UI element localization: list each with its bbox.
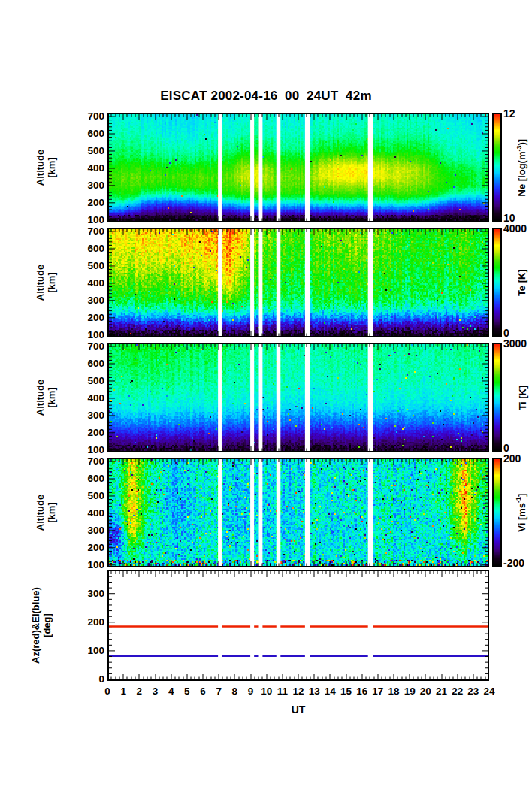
eiscat-figure: EISCAT 2002-04-16_00_24UT_42m Altitude [… — [0, 0, 532, 799]
altitude-tick-label: 400 — [77, 507, 104, 519]
ti-colorbar-gradient — [494, 344, 500, 451]
deg-tick-label: 100 — [77, 645, 104, 656]
altitude-tick-label: 200 — [77, 197, 104, 208]
te-heatmap — [107, 228, 489, 337]
cb-title-sup: -3 — [515, 145, 523, 151]
altitude-tick-label: 100 — [77, 444, 104, 455]
altitude-tick-label: 700 — [77, 340, 104, 352]
azel-line-plot — [107, 570, 489, 681]
ut-tick-label: 24 — [479, 686, 499, 697]
altitude-tick-label: 100 — [77, 214, 104, 225]
y-title-line2: [km] — [46, 387, 57, 407]
altitude-tick-label: 500 — [77, 375, 104, 386]
altitude-tick-label: 300 — [77, 295, 104, 306]
altitude-tick-label: 600 — [77, 473, 104, 484]
ne-heatmap — [107, 113, 489, 222]
page-title: EISCAT 2002-04-16_00_24UT_42m — [0, 89, 532, 104]
altitude-tick-label: 500 — [77, 490, 104, 501]
y-title-line2: [deg] — [41, 613, 53, 637]
y-title-line2: [km] — [46, 157, 57, 177]
y-title-line1: Altitude — [35, 150, 46, 186]
vi-colorbar — [492, 458, 502, 567]
cb-title-text: Ne [log(m — [516, 151, 527, 196]
altitude-tick-label: 600 — [77, 358, 104, 369]
vi-colorbar-title: Vi [ms-1] — [512, 458, 531, 567]
altitude-tick-label: 300 — [77, 180, 104, 191]
ti-colorbar — [492, 343, 502, 452]
altitude-tick-label: 700 — [77, 225, 104, 237]
y-title-line1: Altitude — [35, 495, 46, 531]
te-colorbar — [492, 228, 502, 337]
y-title-line1: Altitude — [35, 380, 46, 416]
altitude-tick-label: 100 — [77, 559, 104, 570]
altitude-tick-label: 700 — [77, 110, 104, 122]
altitude-tick-label: 600 — [77, 128, 104, 139]
ti-heatmap — [107, 343, 489, 452]
altitude-tick-label: 700 — [77, 455, 104, 467]
altitude-tick-label: 400 — [77, 277, 104, 289]
cb-title-text: Ti [K] — [516, 386, 527, 410]
ne-colorbar — [492, 113, 502, 222]
ne-colorbar-title: Ne [log(m-3)] — [512, 113, 531, 222]
altitude-tick-label: 500 — [77, 260, 104, 271]
vi-y-axis-title: Altitude [km] — [33, 458, 59, 567]
altitude-tick-label: 300 — [77, 525, 104, 536]
vi-heatmap — [107, 458, 489, 567]
deg-tick-label: 200 — [77, 616, 104, 628]
altitude-tick-label: 200 — [77, 312, 104, 323]
altitude-tick-label: 200 — [77, 542, 104, 553]
cb-title-text: ] — [516, 493, 527, 496]
ti-colorbar-title: Ti [K] — [512, 343, 531, 452]
y-title-line1: Az(red)&El(blue) — [30, 587, 41, 664]
altitude-tick-label: 600 — [77, 243, 104, 254]
vi-colorbar-gradient — [494, 459, 500, 566]
azel-y-axis-title: Az(red)&El(blue) [deg] — [29, 570, 54, 681]
x-axis-title: UT — [107, 704, 489, 716]
y-title-line1: Altitude — [35, 265, 46, 301]
altitude-tick-label: 500 — [77, 145, 104, 156]
te-colorbar-gradient — [494, 229, 500, 336]
altitude-tick-label: 300 — [77, 410, 104, 421]
ne-y-axis-title: Altitude [km] — [33, 113, 59, 222]
cb-title-text: Te [K] — [516, 269, 527, 296]
altitude-tick-label: 400 — [77, 162, 104, 174]
ti-y-axis-title: Altitude [km] — [33, 343, 59, 452]
te-colorbar-title: Te [K] — [512, 228, 531, 337]
ne-colorbar-gradient — [494, 114, 500, 221]
y-title-line2: [km] — [46, 272, 57, 292]
deg-tick-label: 300 — [77, 588, 104, 599]
te-y-axis-title: Altitude [km] — [33, 228, 59, 337]
deg-tick-label: 0 — [77, 673, 104, 685]
y-title-line2: [km] — [46, 502, 57, 522]
cb-title-text: )] — [516, 139, 527, 146]
altitude-tick-label: 100 — [77, 329, 104, 340]
altitude-tick-label: 200 — [77, 427, 104, 438]
altitude-tick-label: 400 — [77, 392, 104, 404]
cb-title-sup: -1 — [515, 497, 523, 503]
cb-title-text: Vi [ms — [516, 503, 527, 532]
